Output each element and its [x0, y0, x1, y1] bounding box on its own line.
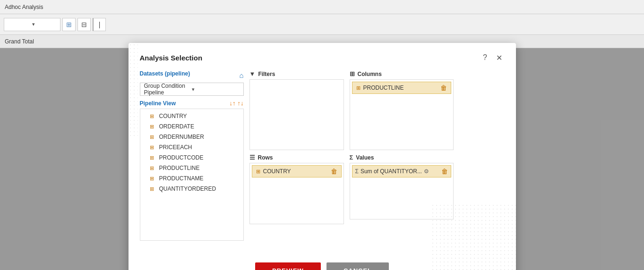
- values-chip-delete-icon[interactable]: 🗑: [441, 168, 448, 175]
- cancel-button[interactable]: CANCEL: [326, 262, 389, 270]
- datasets-label: Datasets (pipeline): [140, 70, 190, 77]
- analysis-selection-modal: Analysis Selection ? ✕ Datasets (pipelin…: [129, 43, 516, 270]
- rows-chip-delete-icon[interactable]: 🗑: [331, 168, 337, 175]
- filters-drop-zone[interactable]: [249, 79, 344, 150]
- field-list: ⊞ COUNTRY ⊞ ORDERDATE ⊞ ORDERNUMBER ⊞: [140, 109, 244, 241]
- pipeline-value: Group Condition Pipeline: [144, 83, 192, 96]
- content-area: Analysis Selection ? ✕ Datasets (pipelin…: [0, 48, 644, 270]
- sort-icons: ↓↑ ↑↓: [230, 100, 244, 107]
- field-icon-productline: ⊞: [150, 165, 156, 171]
- rows-icon: ☰: [249, 154, 255, 161]
- app-bar: Adhoc Analysis: [0, 0, 644, 14]
- modal-header: Analysis Selection ? ✕: [140, 52, 505, 63]
- field-label-ordernumber: ORDERNUMBER: [159, 134, 204, 140]
- pipeline-chevron-icon: ▾: [192, 86, 240, 93]
- pipeline-view-label: Pipeline View: [140, 100, 176, 107]
- table-icon: ⊞: [66, 21, 72, 28]
- grid-icon-btn-2[interactable]: ⊟: [77, 18, 91, 31]
- columns-chip-label: PRODUCTLINE: [363, 84, 404, 91]
- values-gear-icon[interactable]: ⚙: [424, 168, 429, 175]
- values-sigma-icon: Σ: [355, 168, 359, 175]
- close-button[interactable]: ✕: [494, 52, 505, 63]
- values-label: Values: [356, 154, 374, 161]
- field-label-priceeach: PRICEEACH: [159, 144, 192, 151]
- home-icon[interactable]: ⌂: [239, 71, 243, 79]
- field-label-country: COUNTRY: [159, 113, 187, 119]
- chevron-down-icon: ▾: [32, 21, 57, 27]
- modal-overlay: Analysis Selection ? ✕ Datasets (pipelin…: [0, 48, 644, 270]
- divider-icon: |: [99, 21, 101, 28]
- middle-panel: ▼ Filters ☰ Rows: [249, 70, 344, 247]
- field-item-productname[interactable]: ⊞ PRODUCTNAME: [140, 173, 243, 184]
- filters-label: Filters: [258, 71, 275, 77]
- sigma-icon: Σ: [350, 154, 353, 161]
- values-section: Σ Values Σ Sum of QUANTITYOR... ⚙ 🗑: [350, 154, 454, 219]
- preview-button[interactable]: PREVIEW: [255, 262, 321, 270]
- columns-icon: ⊞: [350, 70, 355, 77]
- field-icon-ordernumber: ⊞: [150, 134, 156, 140]
- rows-header: ☰ Rows: [249, 154, 344, 161]
- columns-chip-icon: ⊞: [356, 85, 361, 91]
- rows-chip-country[interactable]: ⊞ COUNTRY 🗑: [252, 165, 342, 177]
- sort-desc-icon[interactable]: ↑↓: [238, 100, 244, 107]
- grid-icon: ⊟: [81, 21, 87, 28]
- field-item-orderdate[interactable]: ⊞ ORDERDATE: [140, 121, 243, 132]
- field-label-productname: PRODUCTNAME: [159, 175, 204, 182]
- columns-chip-productline[interactable]: ⊞ PRODUCTLINE 🗑: [352, 82, 451, 94]
- field-icon-country: ⊞: [150, 113, 156, 119]
- pipeline-view-header: Pipeline View ↓↑ ↑↓: [140, 100, 244, 107]
- columns-chip-delete-icon[interactable]: 🗑: [440, 84, 447, 92]
- values-header: Σ Values: [350, 154, 454, 161]
- rows-label: Rows: [258, 154, 273, 161]
- right-panel: ⊞ Columns ⊞ PRODUCTLINE 🗑: [350, 70, 454, 247]
- field-item-productline[interactable]: ⊞ PRODUCTLINE: [140, 163, 243, 173]
- grid-icon-btn-1[interactable]: ⊞: [62, 18, 76, 31]
- filter-icon: ▼: [249, 70, 256, 77]
- field-label-quantityordered: QUANTITYORDERED: [159, 186, 216, 192]
- field-label-productline: PRODUCTLINE: [159, 165, 200, 171]
- field-item-ordernumber[interactable]: ⊞ ORDERNUMBER: [140, 132, 243, 142]
- modal-body: Datasets (pipeline) ⌂ Group Condition Pi…: [140, 70, 505, 247]
- filters-header: ▼ Filters: [249, 70, 344, 77]
- help-button[interactable]: ?: [480, 52, 490, 63]
- field-icon-priceeach: ⊞: [150, 144, 156, 151]
- rows-section: ☰ Rows ⊞ COUNTRY 🗑: [249, 154, 344, 224]
- left-panel: Datasets (pipeline) ⌂ Group Condition Pi…: [140, 70, 244, 247]
- toolbar: ▾ ⊞ ⊟ |: [0, 14, 644, 35]
- modal-footer: PREVIEW CANCEL: [140, 257, 505, 270]
- field-icon-productname: ⊞: [150, 176, 156, 182]
- columns-drop-zone[interactable]: ⊞ PRODUCTLINE 🗑: [350, 79, 454, 150]
- field-item-priceeach[interactable]: ⊞ PRICEEACH: [140, 142, 243, 152]
- rows-drop-zone[interactable]: ⊞ COUNTRY 🗑: [249, 163, 344, 224]
- rows-chip-label: COUNTRY: [263, 168, 291, 175]
- field-item-country[interactable]: ⊞ COUNTRY: [140, 111, 243, 121]
- sort-asc-icon[interactable]: ↓↑: [230, 100, 236, 107]
- grand-total-label: Grand Total: [5, 38, 34, 45]
- field-item-productcode[interactable]: ⊞ PRODUCTCODE: [140, 152, 243, 163]
- columns-section: ⊞ Columns ⊞ PRODUCTLINE 🗑: [350, 70, 454, 150]
- columns-header: ⊞ Columns: [350, 70, 454, 77]
- field-icon-orderdate: ⊞: [150, 124, 156, 130]
- field-icon-productcode: ⊞: [150, 155, 156, 161]
- toolbar-dropdown[interactable]: ▾: [4, 18, 60, 31]
- separator-icon-btn[interactable]: |: [93, 18, 106, 31]
- field-label-productcode: PRODUCTCODE: [159, 154, 204, 161]
- values-chip-quantity[interactable]: Σ Sum of QUANTITYOR... ⚙ 🗑: [352, 165, 451, 177]
- values-drop-zone[interactable]: Σ Sum of QUANTITYOR... ⚙ 🗑: [350, 163, 454, 219]
- filters-section: ▼ Filters: [249, 70, 344, 150]
- app-title: Adhoc Analysis: [5, 4, 43, 10]
- pipeline-dropdown[interactable]: Group Condition Pipeline ▾: [140, 83, 244, 96]
- modal-header-icons: ? ✕: [480, 52, 505, 63]
- field-item-quantityordered[interactable]: ⊞ QUANTITYORDERED: [140, 184, 243, 194]
- rows-chip-icon: ⊞: [256, 169, 260, 175]
- field-label-orderdate: ORDERDATE: [159, 123, 194, 130]
- columns-label: Columns: [358, 71, 382, 77]
- field-icon-quantityordered: ⊞: [150, 186, 156, 192]
- values-chip-label: Sum of QUANTITYOR...: [361, 168, 422, 175]
- modal-title: Analysis Selection: [140, 54, 203, 62]
